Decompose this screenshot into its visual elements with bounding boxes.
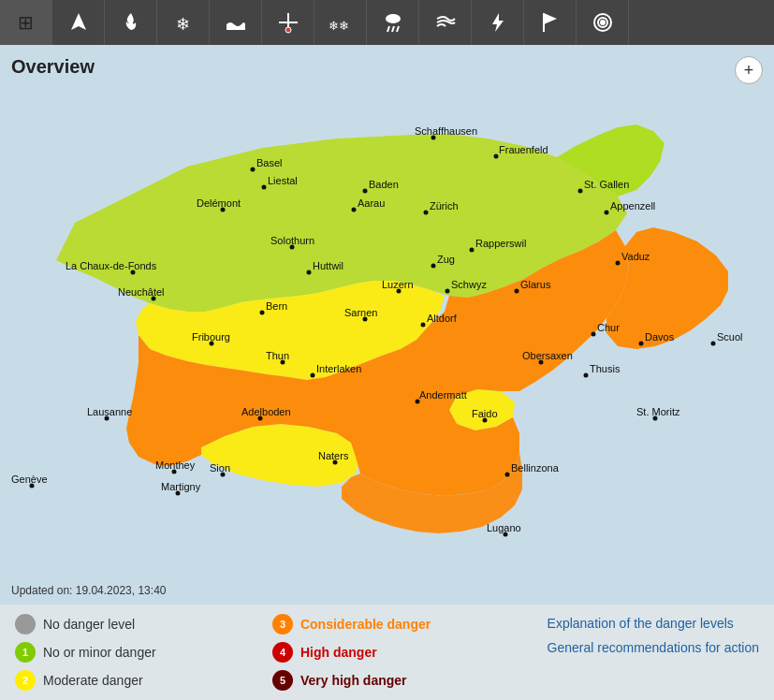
explanation-link[interactable]: Explanation of the danger levels: [548, 616, 759, 631]
svg-point-32: [605, 211, 609, 215]
svg-text:Genève: Genève: [11, 474, 48, 485]
legend-label-3: Considerable danger: [300, 617, 431, 632]
svg-text:Lausanne: Lausanne: [87, 406, 132, 417]
zoom-button[interactable]: +: [735, 56, 763, 84]
svg-point-40: [616, 261, 621, 266]
ice-button[interactable]: ❄❄: [314, 0, 367, 45]
svg-point-48: [445, 289, 450, 294]
svg-text:Glarus: Glarus: [520, 279, 551, 290]
svg-text:Aarau: Aarau: [358, 197, 385, 209]
svg-text:La Chaux-de-Fonds: La Chaux-de-Fonds: [66, 260, 157, 271]
svg-text:Appenzell: Appenzell: [610, 200, 655, 211]
svg-text:Andermatt: Andermatt: [419, 389, 467, 401]
legend-links: Explanation of the danger levels General…: [548, 614, 759, 655]
recommendations-link[interactable]: General recommendations for action: [548, 640, 759, 655]
svg-text:Zürich: Zürich: [430, 200, 459, 211]
legend-circle-3: 3: [272, 614, 293, 634]
svg-point-66: [639, 342, 644, 346]
svg-point-58: [421, 323, 426, 328]
legend: No danger level 1 No or minor danger 2 M…: [0, 605, 774, 700]
svg-text:Solothurn: Solothurn: [270, 235, 314, 246]
legend-circle-1: 1: [15, 642, 36, 663]
svg-text:Faido: Faido: [472, 408, 498, 419]
svg-text:Adelboden: Adelboden: [241, 406, 291, 417]
svg-text:Zug: Zug: [437, 254, 455, 265]
svg-text:Davos: Davos: [645, 331, 675, 343]
flood-button[interactable]: [210, 0, 262, 45]
legend-col-middle: 3 Considerable danger 4 High danger 5 Ve…: [272, 614, 431, 691]
svg-text:Thun: Thun: [266, 350, 289, 361]
svg-point-50: [515, 289, 519, 294]
svg-point-92: [505, 473, 510, 477]
legend-circle-none: [15, 614, 36, 634]
svg-text:Basel: Basel: [256, 157, 283, 168]
svg-text:❄❄: ❄❄: [329, 19, 349, 33]
svg-text:Rapperswil: Rapperswil: [475, 238, 526, 249]
svg-text:Bellinzona: Bellinzona: [511, 462, 560, 474]
fire-button[interactable]: [105, 0, 157, 45]
flag-button[interactable]: [524, 0, 577, 45]
svg-point-60: [591, 332, 596, 337]
svg-rect-2: [279, 22, 298, 23]
svg-line-6: [387, 26, 389, 32]
svg-text:Martigny: Martigny: [161, 481, 201, 492]
svg-text:Sion: Sion: [210, 462, 230, 474]
svg-point-28: [352, 208, 357, 212]
legend-item-1: 1 No or minor danger: [15, 642, 156, 663]
svg-text:Luzern: Luzern: [382, 279, 414, 290]
map-container[interactable]: Overview + Schaffhausen: [0, 45, 774, 605]
svg-text:Lugano: Lugano: [487, 522, 521, 533]
svg-text:Liestal: Liestal: [268, 175, 298, 186]
map-svg: Schaffhausen Frauenfeld Basel Liestal Ba…: [0, 45, 774, 605]
svg-text:Monthey: Monthey: [155, 459, 196, 471]
legend-label-2: Moderate danger: [43, 673, 143, 688]
svg-point-16: [494, 154, 499, 159]
svg-text:Huttwil: Huttwil: [313, 260, 343, 271]
svg-point-22: [363, 189, 368, 194]
toolbar: ⊞ ❄ ❄❄: [0, 0, 774, 45]
svg-text:Delémont: Delémont: [197, 197, 241, 209]
svg-text:Bern: Bern: [266, 300, 287, 312]
avalanche-button[interactable]: [52, 0, 105, 45]
legend-item-5: 5 Very high danger: [272, 670, 431, 691]
svg-point-20: [262, 185, 267, 190]
svg-text:Vaduz: Vaduz: [621, 251, 650, 262]
frost-button[interactable]: [262, 0, 314, 45]
svg-text:St. Moritz: St. Moritz: [636, 406, 680, 417]
legend-circle-2: 2: [15, 670, 36, 691]
svg-text:Neuchâtel: Neuchâtel: [118, 286, 165, 298]
svg-text:Schwyz: Schwyz: [451, 279, 487, 290]
svg-text:Naters: Naters: [318, 450, 349, 461]
wind-button[interactable]: [419, 0, 472, 45]
svg-text:Sarnen: Sarnen: [344, 307, 377, 318]
svg-text:Schaffhausen: Schaffhausen: [415, 125, 477, 137]
svg-point-36: [470, 248, 475, 253]
svg-point-5: [386, 14, 401, 23]
snow-button[interactable]: ❄: [157, 0, 210, 45]
svg-point-70: [311, 373, 315, 378]
svg-point-54: [260, 311, 265, 315]
page-title: Overview: [11, 56, 95, 78]
legend-item-3: 3 Considerable danger: [272, 614, 431, 634]
legend-item-none: No danger level: [15, 614, 156, 634]
svg-point-30: [424, 211, 429, 215]
svg-text:Scuol: Scuol: [717, 331, 743, 343]
svg-line-7: [392, 26, 394, 32]
legend-item-2: 2 Moderate danger: [15, 670, 156, 691]
svg-text:Interlaken: Interlaken: [316, 363, 361, 374]
legend-label-none: No danger level: [43, 617, 135, 632]
svg-text:❄: ❄: [176, 15, 190, 34]
svg-text:St. Gallen: St. Gallen: [584, 179, 629, 190]
svg-point-3: [285, 27, 291, 33]
rain-button[interactable]: [367, 0, 419, 45]
lightning-button[interactable]: [472, 0, 524, 45]
svg-text:Obersaxen: Obersaxen: [522, 350, 573, 361]
svg-point-38: [431, 264, 436, 269]
svg-point-18: [251, 168, 256, 172]
legend-label-5: Very high danger: [300, 673, 407, 688]
target-button[interactable]: [577, 0, 629, 45]
svg-point-24: [578, 189, 583, 194]
grid-button[interactable]: ⊞: [0, 0, 52, 45]
legend-label-4: High danger: [300, 645, 377, 660]
legend-item-4: 4 High danger: [272, 642, 431, 663]
